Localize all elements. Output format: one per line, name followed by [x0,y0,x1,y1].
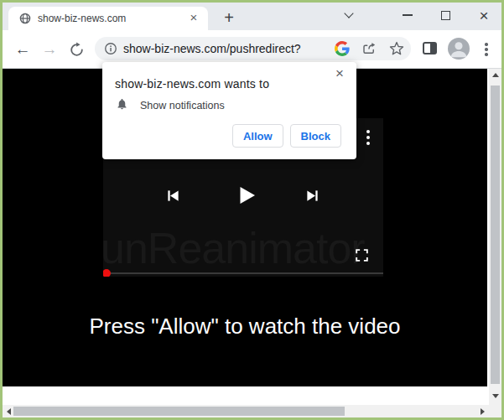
url-text[interactable]: show-biz-news.com/pushredirect? [123,42,301,55]
scroll-left-arrow-icon[interactable] [7,408,11,415]
window-menu-chevron-icon[interactable] [340,3,358,28]
tab-strip: show-biz-news.com × + × [3,3,501,30]
globe-favicon-icon [19,13,31,24]
permission-row: Show notifications [116,97,225,114]
desktop-window-frame: show-biz-news.com × + × ← → [0,0,504,420]
window-maximize-button[interactable] [436,3,455,28]
allow-button[interactable]: Allow [232,124,283,148]
horizontal-scrollbar[interactable] [3,405,489,417]
horizontal-scrollbar-thumb[interactable] [13,407,345,416]
fullscreen-icon[interactable] [354,247,370,263]
address-bar[interactable]: show-biz-news.com/pushredirect? [95,37,411,60]
browser-tab[interactable]: show-biz-news.com × [8,7,208,30]
page-info-icon[interactable] [104,42,117,55]
permission-label: Show notifications [140,100,225,111]
play-button[interactable] [234,183,259,211]
back-button[interactable]: ← [13,39,33,60]
block-button[interactable]: Block [290,124,341,148]
notification-permission-dialog: × show-biz-news.com wants to Show notifi… [102,62,356,159]
forward-button[interactable]: → [39,39,60,60]
share-icon[interactable] [361,41,377,56]
bookmark-star-icon[interactable] [389,41,404,56]
new-tab-button[interactable]: + [219,8,239,29]
reload-button[interactable] [66,39,86,60]
tab-title: show-biz-news.com [38,13,172,24]
scroll-right-arrow-icon[interactable] [481,408,485,415]
scroll-down-arrow-icon[interactable] [492,394,499,398]
dialog-close-icon[interactable]: × [331,65,348,82]
player-menu-icon[interactable] [363,127,373,148]
dialog-buttons: Allow Block [232,124,341,148]
previous-track-button[interactable] [164,187,182,208]
page-message: Press "Allow" to watch the video [3,314,487,340]
progress-bar[interactable] [107,272,383,274]
scroll-up-arrow-icon[interactable] [492,73,499,77]
side-panel-icon[interactable] [423,42,437,54]
bell-icon [116,97,128,114]
progress-handle[interactable] [103,269,111,277]
profile-avatar[interactable] [448,38,470,60]
dialog-title: show-biz-news.com wants to [115,77,269,91]
next-track-button[interactable] [304,187,321,208]
player-watermark: unReanimator [103,223,365,273]
tab-close-icon[interactable]: × [186,10,201,25]
google-logo-icon[interactable] [335,41,350,56]
browser-menu-icon[interactable] [480,39,493,60]
vertical-scrollbar[interactable] [489,69,501,417]
window-minimize-button[interactable] [398,3,417,28]
window-close-button[interactable]: × [475,3,493,28]
vertical-scrollbar-thumb[interactable] [491,86,500,384]
